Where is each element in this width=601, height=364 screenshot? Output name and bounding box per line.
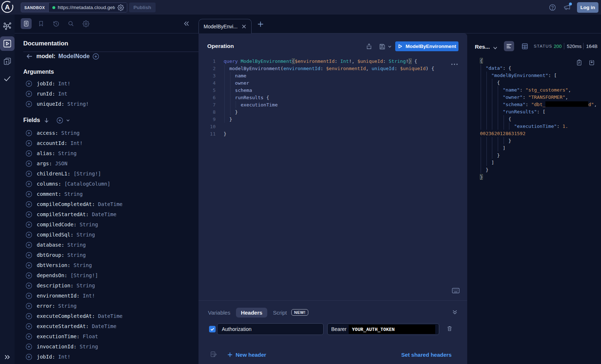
publish-button[interactable]: Publish [129,3,156,12]
environment-variables-icon[interactable] [210,351,217,358]
set-shared-headers-link[interactable]: Set shared headers [401,352,452,358]
code-line[interactable]: 11} [199,130,467,137]
schema-field-row: uniqueId: String! [15,99,199,109]
header-enabled-checkbox[interactable] [209,326,216,332]
delete-header-button[interactable] [446,325,453,333]
code-line[interactable]: 6 runResults { [199,94,467,101]
new-header-button[interactable]: New header [227,352,266,358]
table-view-toggle[interactable] [520,41,530,51]
keyboard-shortcuts-button[interactable] [452,288,460,295]
model-type-link[interactable]: ModelNode [58,53,89,60]
save-operation-button[interactable] [379,43,392,50]
sandbox-chip[interactable]: SANDBOX [21,3,49,12]
collapse-request-panel-button[interactable] [452,309,458,316]
code-line[interactable]: 9 } [199,116,467,123]
endpoint-settings-gear-icon[interactable] [117,4,124,11]
help-icon[interactable] [549,4,556,11]
add-to-query-icon[interactable] [26,140,32,146]
graph-nav-button[interactable] [0,19,15,33]
endpoint-url[interactable]: https://metadata.cloud.getd [58,5,115,10]
add-to-query-icon[interactable] [26,181,32,187]
add-to-query-icon[interactable] [26,293,32,299]
add-field-icon[interactable] [93,53,99,60]
save-dropdown-chevron-icon[interactable] [388,44,392,49]
tab-script[interactable]: Script [273,308,287,317]
add-to-query-icon[interactable] [26,333,32,340]
code-line[interactable]: 2 modelByEnvironment(environmentId: $env… [199,65,467,72]
apollo-logo[interactable]: A [1,1,13,13]
operation-editor[interactable]: 1query ModelByEnvironment($environmentId… [199,57,467,137]
add-to-query-icon[interactable] [26,323,32,329]
add-to-query-icon[interactable] [26,211,32,218]
field-name: database: [37,242,64,248]
code-line[interactable]: 1query ModelByEnvironment($environmentId… [199,57,467,65]
back-arrow-icon[interactable] [26,53,33,60]
add-to-query-icon[interactable] [26,252,32,258]
documentation-tab-button[interactable] [21,18,32,29]
response-dropdown-chevron-icon[interactable] [493,45,498,50]
add-to-query-icon[interactable] [26,232,32,238]
expand-rail-button[interactable] [0,352,15,363]
code-line[interactable]: 3 name [199,72,467,79]
chevron-down-icon[interactable] [66,118,70,122]
settings-button[interactable] [80,18,91,29]
code-line[interactable]: 8 } [199,108,467,116]
add-to-query-icon[interactable] [26,242,32,248]
response-json[interactable]: { "data": { "modelByEnvironment": [ { "n… [467,57,601,181]
add-to-query-icon[interactable] [26,91,32,97]
ellipsis-icon [451,63,458,65]
add-to-query-icon[interactable] [26,171,32,177]
operation-tab[interactable]: ModelByEnvi... [199,19,252,33]
header-value-prefix: Bearer [331,326,346,332]
endpoint-url-box[interactable]: https://metadata.cloud.getd [49,3,127,12]
download-response-icon[interactable] [589,59,595,66]
schema-field-row: invocationId: String [15,341,199,352]
add-to-query-icon[interactable] [26,283,32,289]
add-to-query-icon[interactable] [26,191,32,197]
add-to-query-icon[interactable] [26,201,32,207]
add-to-query-icon[interactable] [26,101,32,107]
header-value-input[interactable]: Bearer YOUR_AUTH_TOKEN [327,323,439,335]
add-to-query-icon[interactable] [26,161,32,167]
sort-descending-icon[interactable] [44,117,49,123]
line-menu-button[interactable] [451,60,458,67]
json-line: "owner": "TRANSFORMER", [467,93,601,101]
search-button[interactable] [65,18,76,29]
field-name: error: [37,303,55,309]
add-to-query-icon[interactable] [26,81,32,87]
add-to-query-icon[interactable] [26,354,32,360]
add-to-query-icon[interactable] [26,272,32,279]
saved-operations-button[interactable] [36,18,47,29]
tab-variables[interactable]: Variables [208,308,230,317]
field-name: invocationId: [37,344,77,349]
login-button[interactable]: Log in [577,2,598,13]
add-to-query-icon[interactable] [26,150,32,157]
close-tab-icon[interactable] [241,24,247,29]
add-to-query-icon[interactable] [26,303,32,309]
collapse-panel-button[interactable] [183,20,190,29]
add-all-fields-icon[interactable] [57,117,63,124]
add-to-query-icon[interactable] [26,222,32,228]
add-to-query-icon[interactable] [26,130,32,136]
run-operation-button[interactable]: ModelByEnvironment [395,41,458,51]
history-button[interactable] [51,18,61,29]
tab-headers[interactable]: Headers [236,308,267,318]
add-to-query-icon[interactable] [26,344,32,350]
collections-nav-button[interactable] [0,54,15,68]
code-line[interactable]: 4 owner [199,79,467,86]
add-to-query-icon[interactable] [26,313,32,319]
new-tab-button[interactable] [257,21,264,29]
field-type: [String!] [71,272,98,278]
code-line[interactable]: 5 schema [199,86,467,94]
add-to-query-icon[interactable] [26,262,32,268]
announcements-button[interactable] [563,3,571,11]
code-line[interactable]: 10 [199,123,467,130]
checks-nav-button[interactable] [0,71,15,86]
header-key-input[interactable]: Authorization [217,323,324,335]
code-line[interactable]: 7 executionTime [199,101,467,108]
raw-view-toggle[interactable] [504,41,514,51]
field-name: dbtVersion: [37,262,71,268]
share-icon[interactable] [366,43,372,50]
explorer-nav-button[interactable] [0,36,15,51]
copy-response-icon[interactable] [576,59,582,66]
